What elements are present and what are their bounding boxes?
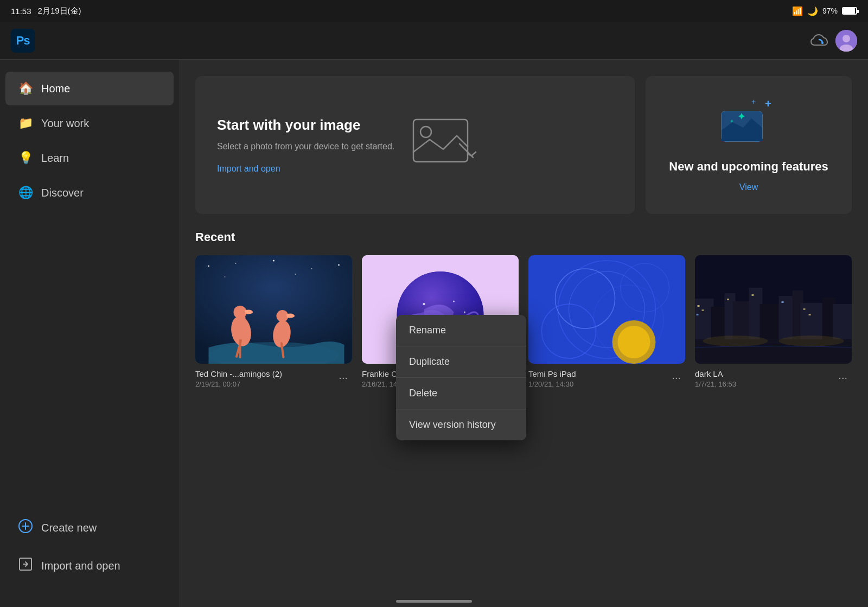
svg-rect-6 <box>413 119 468 162</box>
status-left: 11:53 2月19日(金) <box>11 6 81 16</box>
sidebar-nav: 🏠 Home 📁 Your work 💡 Learn 🌐 Discover <box>0 71 179 211</box>
svg-point-17 <box>338 264 340 266</box>
recent-name-0: Ted Chin -...amingos (2) <box>195 369 282 378</box>
context-menu-duplicate[interactable]: Duplicate <box>396 346 526 378</box>
sidebar: 🏠 Home 📁 Your work 💡 Learn 🌐 Discover <box>0 60 179 607</box>
sidebar-bottom: Create new Import and open <box>0 508 179 596</box>
home-indicator <box>396 600 472 603</box>
sidebar-item-home[interactable]: 🏠 Home <box>5 72 174 105</box>
status-time: 11:53 <box>11 7 31 16</box>
sidebar-label-discover: Discover <box>41 187 84 199</box>
context-menu-view-version-history[interactable]: View version history <box>396 409 526 440</box>
folder-icon: 📁 <box>18 116 33 130</box>
svg-point-71 <box>779 336 844 346</box>
lightbulb-icon: 💡 <box>18 151 33 165</box>
sidebar-label-learn: Learn <box>41 152 69 165</box>
status-date: 2月19日(金) <box>38 6 81 16</box>
hero-card-title: Start with your image <box>217 117 394 134</box>
battery-percent: 97% <box>822 7 838 15</box>
battery-icon <box>842 7 857 15</box>
svg-point-16 <box>311 268 312 269</box>
recent-name-2: Temi Ps iPad <box>528 369 576 378</box>
sidebar-item-discover[interactable]: 🌐 Discover <box>5 176 174 210</box>
sidebar-item-your-work[interactable]: 📁 Your work <box>5 106 174 140</box>
features-card-title: New and upcoming features <box>669 160 828 174</box>
recent-info-3: dark LA 1/7/21, 16:53 ··· <box>695 364 852 388</box>
svg-rect-67 <box>803 308 806 310</box>
svg-point-18 <box>225 276 226 277</box>
sidebar-label-your-work: Your work <box>41 117 89 130</box>
hero-card-desc: Select a photo from your device to get s… <box>217 140 394 153</box>
hero-card-text: Start with your image Select a photo fro… <box>217 117 394 174</box>
recent-thumb-2 <box>528 255 685 364</box>
svg-point-2 <box>843 35 850 42</box>
status-right: 📶 🌙 97% <box>792 6 857 16</box>
features-view-link[interactable]: View <box>739 182 758 192</box>
svg-rect-68 <box>809 314 811 315</box>
svg-point-14 <box>235 263 237 264</box>
import-open-label: Import and open <box>41 560 120 572</box>
recent-date-2: 1/20/21, 14:30 <box>528 380 576 388</box>
hero-import-link[interactable]: Import and open <box>217 164 280 173</box>
svg-point-33 <box>423 303 425 305</box>
moon-icon: 🌙 <box>807 6 818 16</box>
svg-rect-27 <box>280 319 283 344</box>
svg-point-0 <box>821 42 824 44</box>
svg-rect-64 <box>727 299 729 300</box>
recent-item-0[interactable]: Ted Chin -...amingos (2) 2/19/21, 00:07 … <box>195 255 352 388</box>
sidebar-item-learn[interactable]: 💡 Learn <box>5 141 174 175</box>
svg-rect-61 <box>698 305 700 307</box>
recent-date-0: 2/19/21, 00:07 <box>195 380 282 388</box>
recent-more-3[interactable]: ··· <box>834 369 852 386</box>
status-bar: 11:53 2月19日(金) 📶 🌙 97% <box>0 0 868 22</box>
import-icon <box>18 557 33 574</box>
create-new-label: Create new <box>41 522 97 534</box>
ps-logo: Ps <box>11 29 35 53</box>
svg-point-15 <box>273 260 275 262</box>
svg-text:+: + <box>765 98 771 110</box>
svg-point-47 <box>618 326 650 358</box>
svg-point-13 <box>208 265 209 267</box>
svg-point-34 <box>453 301 455 302</box>
start-with-image-card: Start with your image Select a photo fro… <box>195 76 635 214</box>
cloud-sync-icon <box>809 33 829 48</box>
recent-item-2[interactable]: Temi Ps iPad 1/20/21, 14:30 ··· <box>528 255 685 388</box>
recent-thumb-0 <box>195 255 352 364</box>
svg-point-7 <box>420 127 431 137</box>
home-icon: 🏠 <box>18 81 33 96</box>
new-features-card: + + New and upcoming features View <box>646 76 852 214</box>
plus-circle-icon <box>18 519 33 536</box>
svg-point-23 <box>234 306 247 319</box>
app-bar: Ps <box>0 22 868 60</box>
hero-row: Start with your image Select a photo fro… <box>195 76 852 214</box>
svg-rect-62 <box>702 309 704 311</box>
recent-info-0: Ted Chin -...amingos (2) 2/19/21, 00:07 … <box>195 364 352 388</box>
recent-section-title: Recent <box>195 230 852 244</box>
recent-item-3[interactable]: dark LA 1/7/21, 16:53 ··· <box>695 255 852 388</box>
svg-rect-63 <box>697 314 699 315</box>
create-new-button[interactable]: Create new <box>5 509 174 546</box>
globe-icon: 🌐 <box>18 186 33 200</box>
recent-more-0[interactable]: ··· <box>334 369 352 386</box>
recent-name-3: dark LA <box>695 369 736 378</box>
import-open-button[interactable]: Import and open <box>5 547 174 584</box>
context-menu: Rename Duplicate Delete View version his… <box>396 315 526 440</box>
svg-rect-66 <box>782 301 784 303</box>
sidebar-label-home: Home <box>41 83 70 95</box>
svg-point-35 <box>464 312 465 313</box>
recent-thumb-3 <box>695 255 852 364</box>
hero-image-icon <box>411 117 481 173</box>
recent-info-2: Temi Ps iPad 1/20/21, 14:30 ··· <box>528 364 685 388</box>
avatar[interactable] <box>835 30 857 52</box>
svg-point-19 <box>295 274 296 275</box>
svg-text:+: + <box>751 98 756 106</box>
context-menu-rename[interactable]: Rename <box>396 315 526 346</box>
wifi-icon: 📶 <box>792 6 803 16</box>
app-bar-right <box>809 30 857 52</box>
context-menu-delete[interactable]: Delete <box>396 378 526 409</box>
features-illustration: + + <box>716 98 781 149</box>
recent-more-2[interactable]: ··· <box>667 369 685 386</box>
svg-rect-65 <box>752 294 754 296</box>
svg-point-70 <box>703 336 768 346</box>
svg-point-28 <box>277 310 289 322</box>
